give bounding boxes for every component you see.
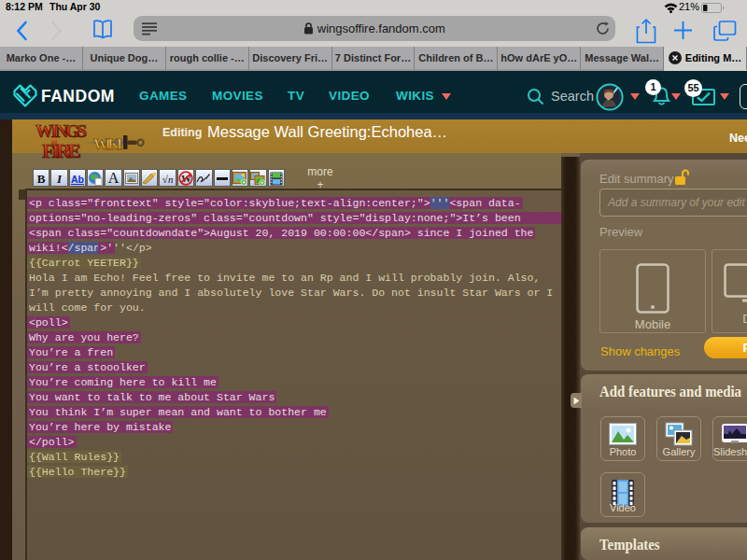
svg-text:FIRE: FIRE	[42, 139, 81, 162]
svg-text:WIKI: WIKI	[93, 136, 122, 152]
